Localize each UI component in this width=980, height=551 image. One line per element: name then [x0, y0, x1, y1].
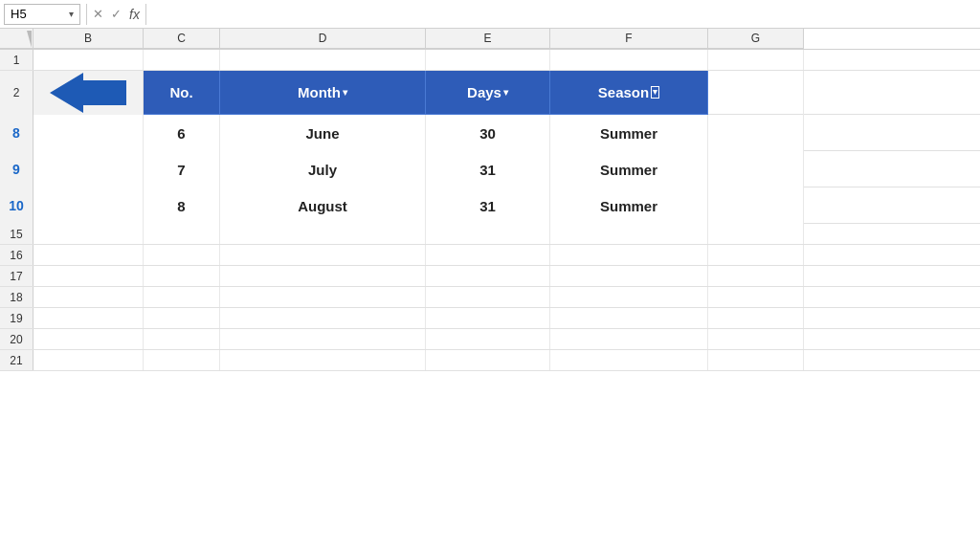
cell-f16[interactable] [550, 245, 708, 265]
cell-f2-header[interactable]: Season ▾ [550, 71, 708, 115]
cell-c19[interactable] [144, 308, 220, 328]
cell-g18[interactable] [708, 287, 804, 307]
month-dropdown-icon[interactable]: ▾ [343, 87, 347, 98]
cell-f18[interactable] [550, 287, 708, 307]
cell-g19[interactable] [708, 308, 804, 328]
cell-g20[interactable] [708, 329, 804, 349]
cell-e9[interactable]: 31 [426, 151, 550, 187]
cell-d19[interactable] [220, 308, 426, 328]
cell-f21[interactable] [550, 350, 708, 370]
row-header-19[interactable]: 19 [0, 308, 33, 328]
col-header-d[interactable]: D [220, 29, 426, 49]
cell-f9[interactable]: Summer [550, 151, 708, 187]
cell-c10[interactable]: 8 [144, 187, 220, 224]
row-header-9[interactable]: 9 [0, 151, 33, 187]
cell-g17[interactable] [708, 266, 804, 286]
cell-e1[interactable] [426, 50, 550, 70]
cell-e15[interactable] [426, 224, 550, 244]
cell-f15[interactable] [550, 224, 708, 244]
cell-c2-header[interactable]: No. [144, 71, 220, 115]
cell-b9[interactable] [33, 151, 144, 187]
row-header-20[interactable]: 20 [0, 329, 33, 349]
cell-g2[interactable] [708, 71, 804, 115]
col-header-b[interactable]: B [33, 29, 144, 49]
row-header-17[interactable]: 17 [0, 266, 33, 286]
cell-e16[interactable] [426, 245, 550, 265]
row-header-1[interactable]: 1 [0, 50, 33, 70]
cell-b2[interactable] [33, 71, 144, 115]
cell-e18[interactable] [426, 287, 550, 307]
cell-d16[interactable] [220, 245, 426, 265]
cell-c18[interactable] [144, 287, 220, 307]
cell-c20[interactable] [144, 329, 220, 349]
cell-e8[interactable]: 30 [426, 115, 550, 151]
cell-c8[interactable]: 6 [144, 115, 220, 151]
cell-e10[interactable]: 31 [426, 187, 550, 224]
function-icon[interactable]: fx [129, 7, 140, 22]
cell-g10[interactable] [708, 187, 804, 224]
row-header-15[interactable]: 15 [0, 224, 33, 244]
cell-d18[interactable] [220, 287, 426, 307]
cell-c17[interactable] [144, 266, 220, 286]
cell-b15[interactable] [33, 224, 144, 244]
cell-f19[interactable] [550, 308, 708, 328]
col-header-f[interactable]: F [550, 29, 708, 49]
cell-f1[interactable] [550, 50, 708, 70]
days-dropdown-icon[interactable]: ▾ [503, 87, 508, 98]
cell-d10[interactable]: August [220, 187, 426, 224]
cell-b16[interactable] [33, 245, 144, 265]
cell-c9[interactable]: 7 [144, 151, 220, 187]
col-header-g[interactable]: G [708, 29, 804, 49]
row-header-8[interactable]: 8 [0, 115, 33, 151]
row-header-18[interactable]: 18 [0, 287, 33, 307]
cell-d9[interactable]: July [220, 151, 426, 187]
cell-e17[interactable] [426, 266, 550, 286]
cell-d20[interactable] [220, 329, 426, 349]
cell-f20[interactable] [550, 329, 708, 349]
cell-b1[interactable] [33, 50, 144, 70]
cell-b19[interactable] [33, 308, 144, 328]
row-header-16[interactable]: 16 [0, 245, 33, 265]
cell-g21[interactable] [708, 350, 804, 370]
cell-f10[interactable]: Summer [550, 187, 708, 224]
cell-d15[interactable] [220, 224, 426, 244]
cell-g8[interactable] [708, 115, 804, 151]
cell-b17[interactable] [33, 266, 144, 286]
cell-c21[interactable] [144, 350, 220, 370]
cell-d2-header[interactable]: Month ▾ [220, 71, 426, 115]
cell-d21[interactable] [220, 350, 426, 370]
col-header-c[interactable]: C [144, 29, 220, 49]
table-row: 1 [0, 50, 980, 71]
cell-d1[interactable] [220, 50, 426, 70]
cell-f8[interactable]: Summer [550, 115, 708, 151]
cell-c15[interactable] [144, 224, 220, 244]
cancel-icon[interactable]: ✕ [93, 7, 103, 21]
cell-b8[interactable] [33, 115, 144, 151]
cell-e2-header[interactable]: Days ▾ [426, 71, 550, 115]
cell-b21[interactable] [33, 350, 144, 370]
col-header-e[interactable]: E [426, 29, 550, 49]
cell-b10[interactable] [33, 187, 144, 224]
formula-input[interactable] [152, 0, 976, 28]
cell-b20[interactable] [33, 329, 144, 349]
row-header-10[interactable]: 10 [0, 187, 33, 224]
cell-g15[interactable] [708, 224, 804, 244]
cell-b18[interactable] [33, 287, 144, 307]
cell-e21[interactable] [426, 350, 550, 370]
cell-g1[interactable] [708, 50, 804, 70]
season-dropdown-icon[interactable]: ▾ [651, 86, 659, 99]
cell-c16[interactable] [144, 245, 220, 265]
cell-d17[interactable] [220, 266, 426, 286]
cell-e20[interactable] [426, 329, 550, 349]
confirm-icon[interactable]: ✓ [111, 7, 122, 21]
select-all-icon[interactable] [0, 29, 33, 50]
cell-f17[interactable] [550, 266, 708, 286]
row-header-2[interactable]: 2 [0, 71, 33, 115]
cell-g9[interactable] [708, 151, 804, 187]
cell-e19[interactable] [426, 308, 550, 328]
cell-c1[interactable] [144, 50, 220, 70]
cell-g16[interactable] [708, 245, 804, 265]
row-header-21[interactable]: 21 [0, 350, 33, 370]
name-box[interactable]: H5 ▾ [4, 4, 80, 25]
cell-d8[interactable]: June [220, 115, 426, 151]
